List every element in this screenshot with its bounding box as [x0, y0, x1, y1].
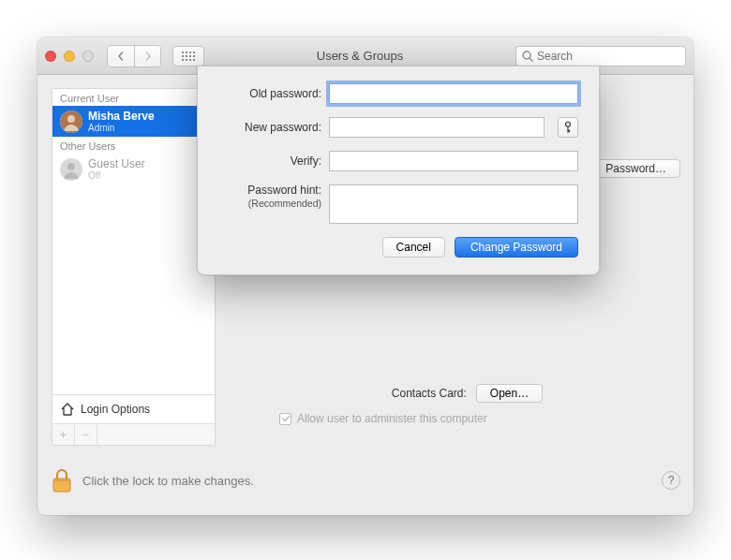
admin-checkbox: [279, 413, 291, 425]
admin-checkbox-row: Allow user to administer this computer: [279, 412, 487, 425]
new-password-label: New password:: [218, 121, 321, 134]
window-controls: [45, 51, 94, 62]
cancel-button[interactable]: Cancel: [382, 237, 445, 258]
svg-rect-9: [186, 59, 187, 61]
change-password-submit[interactable]: Change Password: [455, 237, 578, 258]
avatar-guest-icon: [60, 158, 82, 181]
check-icon: [281, 414, 291, 423]
old-password-input[interactable]: [329, 83, 578, 104]
nav-back-forward: [107, 45, 161, 67]
guest-user-name: Guest User: [88, 157, 145, 170]
search-icon: [522, 51, 533, 62]
svg-rect-0: [182, 52, 184, 53]
verify-password-label: Verify:: [218, 155, 321, 168]
add-remove-bar: ＋ －: [52, 423, 215, 445]
window-title: Users & Groups: [212, 49, 508, 63]
lock-text: Click the lock to make changes.: [82, 474, 254, 488]
open-contacts-button[interactable]: Open…: [476, 384, 543, 403]
current-user-name: Misha Berve: [88, 110, 155, 123]
password-hint-label: Password hint: (Recommended): [218, 184, 321, 211]
svg-rect-11: [193, 59, 195, 61]
section-label-other: Other Users: [52, 137, 215, 154]
users-sidebar: Current User Misha Berve Admin Other Use…: [52, 88, 216, 446]
change-password-button[interactable]: Password…: [591, 159, 680, 178]
svg-rect-4: [182, 55, 184, 57]
svg-point-15: [67, 115, 75, 123]
svg-rect-7: [193, 55, 195, 57]
svg-rect-8: [182, 59, 184, 61]
svg-rect-5: [186, 55, 187, 57]
minimize-window-icon[interactable]: [64, 51, 75, 62]
old-password-label: Old password:: [218, 87, 321, 100]
svg-line-13: [530, 58, 532, 61]
change-password-sheet: Old password: New password: Verify: Pass…: [197, 66, 600, 275]
admin-checkbox-label: Allow user to administer this computer: [297, 412, 487, 425]
search-input[interactable]: [537, 50, 679, 63]
verify-password-input[interactable]: [329, 151, 578, 171]
svg-rect-2: [189, 52, 191, 53]
current-user-role: Admin: [88, 123, 155, 133]
help-button[interactable]: ?: [662, 471, 680, 490]
sidebar-item-current-user[interactable]: Misha Berve Admin: [52, 106, 215, 137]
preferences-window: Users & Groups Current User Misha Berve …: [37, 37, 694, 515]
close-window-icon[interactable]: [45, 51, 56, 62]
svg-point-16: [67, 163, 75, 170]
guest-user-status: Off: [88, 170, 145, 181]
add-user-button[interactable]: ＋: [52, 424, 75, 445]
login-options-button[interactable]: Login Options: [52, 394, 215, 423]
new-password-input[interactable]: [329, 117, 545, 138]
remove-user-button[interactable]: －: [75, 424, 97, 445]
forward-button[interactable]: [134, 46, 160, 66]
password-assistant-button[interactable]: [558, 117, 578, 138]
home-icon: [60, 402, 75, 417]
login-options-label: Login Options: [81, 403, 150, 416]
svg-point-19: [566, 122, 571, 126]
back-button[interactable]: [108, 46, 134, 66]
lock-icon[interactable]: [51, 467, 73, 494]
contacts-card-row: Contacts Card: Open…: [258, 384, 677, 403]
footer: Click the lock to make changes. ?: [51, 459, 680, 502]
sidebar-item-guest-user[interactable]: Guest User Off: [52, 154, 215, 184]
svg-rect-3: [193, 52, 195, 53]
svg-rect-10: [189, 59, 191, 61]
contacts-card-label: Contacts Card:: [392, 387, 467, 400]
search-field[interactable]: [515, 46, 686, 66]
svg-rect-18: [53, 479, 70, 481]
section-label-current: Current User: [52, 89, 215, 106]
svg-rect-1: [186, 52, 187, 53]
show-all-button[interactable]: [172, 46, 204, 66]
key-icon: [563, 121, 573, 134]
zoom-window-icon: [82, 51, 94, 62]
password-hint-input[interactable]: [329, 184, 578, 224]
svg-rect-6: [189, 55, 191, 57]
avatar: [60, 111, 82, 133]
